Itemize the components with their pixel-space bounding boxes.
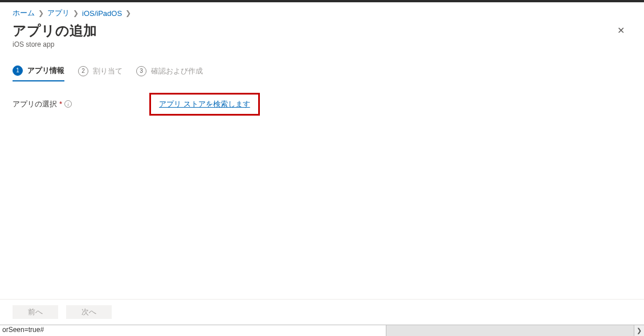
close-icon[interactable]: ✕ [615, 23, 627, 38]
breadcrumb-ios[interactable]: iOS/iPadOS [82, 9, 122, 18]
chevron-right-icon: ❯ [125, 9, 131, 17]
status-scroll-track: ❯ [386, 325, 644, 336]
browser-status-bar: orSeen=true# ❯ [0, 325, 644, 336]
required-asterisk: * [59, 100, 62, 108]
info-icon[interactable]: i [64, 100, 72, 108]
status-text: orSeen=true# [0, 325, 386, 336]
chevron-right-icon: ❯ [38, 9, 44, 17]
wizard-footer: 前へ 次へ [0, 299, 644, 319]
breadcrumb-apps[interactable]: アプリ [47, 8, 70, 18]
tab-step-number: 2 [78, 66, 88, 76]
tab-app-info[interactable]: 1 アプリ情報 [13, 65, 64, 81]
tab-label: 確認および作成 [151, 66, 203, 76]
page-content: ホーム ❯ アプリ ❯ iOS/iPadOS ❯ アプリの追加 iOS stor… [0, 2, 644, 116]
tab-step-number: 1 [13, 65, 23, 76]
page-subtitle: iOS store app [13, 40, 97, 48]
chevron-right-icon: ❯ [73, 9, 79, 17]
highlight-box: アプリ ストアを検索します [149, 93, 260, 116]
page-title: アプリの追加 [13, 23, 97, 39]
form-row-app-select: アプリの選択 * i アプリ ストアを検索します [13, 93, 631, 116]
field-label-text: アプリの選択 [13, 99, 57, 109]
tab-label: アプリ情報 [27, 65, 64, 76]
search-app-store-link[interactable]: アプリ ストアを検索します [159, 100, 250, 108]
next-button[interactable]: 次へ [66, 305, 112, 319]
breadcrumb-home[interactable]: ホーム [13, 8, 35, 18]
field-label-app-select: アプリの選択 * i [13, 99, 149, 109]
scroll-right-icon[interactable]: ❯ [634, 325, 644, 336]
tab-review-create[interactable]: 3 確認および作成 [136, 66, 203, 81]
prev-button[interactable]: 前へ [13, 305, 58, 319]
tab-step-number: 3 [136, 66, 146, 76]
tab-label: 割り当て [93, 66, 123, 76]
header-row: アプリの追加 iOS store app ✕ [13, 23, 631, 48]
tab-assignment[interactable]: 2 割り当て [78, 66, 123, 81]
breadcrumb: ホーム ❯ アプリ ❯ iOS/iPadOS ❯ [13, 8, 631, 18]
wizard-tabs: 1 アプリ情報 2 割り当て 3 確認および作成 [13, 65, 631, 81]
header-text: アプリの追加 iOS store app [13, 23, 97, 48]
